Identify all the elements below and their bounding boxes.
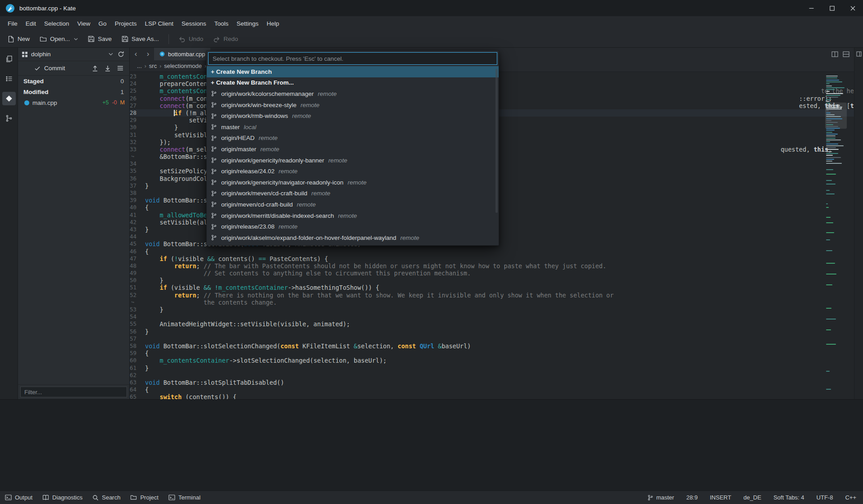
new-button[interactable]: New xyxy=(4,33,34,45)
line-number[interactable]: 57 xyxy=(130,335,145,342)
code-line[interactable]: 65 switch (contents()) { xyxy=(130,393,854,399)
line-number[interactable]: 32 xyxy=(130,139,145,146)
line-number[interactable]: 54 xyxy=(130,313,145,320)
line-number[interactable]: 23 xyxy=(130,73,145,80)
line-number[interactable]: 65 xyxy=(130,393,145,399)
line-number[interactable]: 56 xyxy=(130,328,145,335)
menu-item[interactable]: Selection xyxy=(40,18,73,29)
pull-button[interactable] xyxy=(103,63,112,73)
line-number[interactable]: 28 xyxy=(130,109,145,117)
line-number[interactable]: 53 xyxy=(130,306,145,313)
filter-input[interactable] xyxy=(20,387,127,397)
menu-item[interactable]: Projects xyxy=(111,18,141,29)
maximize-button[interactable] xyxy=(822,0,842,16)
line-number[interactable]: 24 xyxy=(130,80,145,87)
line-number[interactable]: 59 xyxy=(130,350,145,357)
code-line[interactable]: 52 return; // There is nothing on the ba… xyxy=(130,292,854,299)
modified-row[interactable]: Modified 1 xyxy=(18,86,129,97)
menu-item[interactable]: Tools xyxy=(210,18,233,29)
split-horizontal-icon[interactable] xyxy=(843,51,849,57)
sidebar-item-documents[interactable] xyxy=(2,52,16,66)
line-number[interactable]: 51 xyxy=(130,284,145,291)
branch-indicator[interactable]: master xyxy=(647,494,674,501)
code-line[interactable]: 53 } xyxy=(130,306,854,313)
line-number[interactable]: 27 xyxy=(130,102,145,109)
line-number[interactable]: 45 xyxy=(130,240,145,248)
language-mode[interactable]: C++ xyxy=(845,494,856,501)
redo-button[interactable]: Redo xyxy=(209,33,242,45)
branch-row[interactable]: origin/master remote xyxy=(207,144,499,155)
statusbar-tool-button[interactable]: Output xyxy=(0,491,37,504)
line-number[interactable]: 50 xyxy=(130,277,145,284)
project-selector[interactable]: dolphin xyxy=(31,51,51,58)
line-number[interactable]: 25 xyxy=(130,87,145,94)
line-number[interactable]: 26 xyxy=(130,95,145,102)
line-number[interactable]: 55 xyxy=(130,320,145,328)
line-number[interactable]: 38 xyxy=(130,189,145,197)
line-number[interactable]: 43 xyxy=(130,226,145,233)
line-number[interactable]: 30 xyxy=(130,124,145,131)
right-sidebar-toggle-icon[interactable] xyxy=(856,51,862,57)
branch-row[interactable]: master local xyxy=(207,122,499,133)
dictionary-locale[interactable]: de_DE xyxy=(743,494,761,501)
code-line[interactable]: 60 m_contentsContainer->slotSelectionCha… xyxy=(130,357,854,364)
menu-item[interactable]: LSP Client xyxy=(141,18,177,29)
branch-row[interactable]: origin/work/meven/cd-craft-build remote xyxy=(207,188,499,199)
code-line[interactable]: 46{ xyxy=(130,248,854,255)
split-vertical-icon[interactable] xyxy=(831,51,838,57)
staged-row[interactable]: Staged 0 xyxy=(18,76,129,86)
line-number[interactable]: 36 xyxy=(130,175,145,182)
code-line[interactable]: 48 return; // The bar with PasteContents… xyxy=(130,262,854,270)
line-number[interactable]: 29 xyxy=(130,117,145,124)
line-number[interactable]: 44 xyxy=(130,233,145,240)
line-number[interactable]: 48 xyxy=(130,262,145,270)
push-button[interactable] xyxy=(91,63,100,73)
branch-search-input[interactable] xyxy=(208,52,497,65)
line-number[interactable]: 64 xyxy=(130,386,145,393)
line-number[interactable]: 35 xyxy=(130,167,145,175)
breadcrumb-item[interactable]: ... xyxy=(135,63,144,69)
line-number[interactable]: 42 xyxy=(130,219,145,226)
line-number[interactable]: 52 xyxy=(130,292,145,299)
code-line[interactable]: 50 } xyxy=(130,277,854,284)
commit-button[interactable]: Commit xyxy=(44,65,65,72)
refresh-button[interactable] xyxy=(116,50,126,59)
nav-back-button[interactable]: ‹ xyxy=(130,48,142,60)
line-number[interactable]: 47 xyxy=(130,255,145,262)
menu-item[interactable]: Help xyxy=(263,18,283,29)
tab-mode[interactable]: Soft Tabs: 4 xyxy=(773,494,804,501)
code-line[interactable]: 63void BottomBar::slotSplitTabDisabled() xyxy=(130,379,854,386)
line-number[interactable]: 46 xyxy=(130,248,145,255)
code-line[interactable]: 58void BottomBar::slotSelectionChanged(c… xyxy=(130,342,854,350)
branch-action-row[interactable]: + Create New Branch From... xyxy=(207,77,499,89)
save-button[interactable]: Save xyxy=(84,33,116,45)
statusbar-tool-button[interactable]: Terminal xyxy=(164,491,205,504)
code-line[interactable]: 55 AnimatedHeightWidget::setVisible(visi… xyxy=(130,320,854,328)
save-as-button[interactable]: Save As... xyxy=(118,33,163,45)
encoding-indicator[interactable]: UTF-8 xyxy=(817,494,833,501)
line-number[interactable]: 60 xyxy=(130,357,145,364)
open-dropdown-icon[interactable] xyxy=(74,38,78,40)
code-line[interactable]: 64{ xyxy=(130,386,854,393)
sidebar-item-symbols[interactable] xyxy=(2,72,16,86)
menu-item[interactable]: View xyxy=(73,18,95,29)
line-number[interactable]: 40 xyxy=(130,204,145,211)
line-number[interactable]: 31 xyxy=(130,131,145,139)
code-line[interactable]: 47 if (!visible && contents() == PasteCo… xyxy=(130,255,854,262)
statusbar-tool-button[interactable]: Search xyxy=(87,491,125,504)
close-button[interactable] xyxy=(842,0,863,16)
branch-row[interactable]: origin/work/rmb-windows remote xyxy=(207,110,499,122)
line-number[interactable]: 61 xyxy=(130,364,145,372)
project-dropdown-icon[interactable] xyxy=(109,53,113,56)
code-line[interactable]: 61} xyxy=(130,364,854,372)
code-line[interactable]: 54 xyxy=(130,313,854,320)
undo-button[interactable]: Undo xyxy=(174,33,207,45)
line-number[interactable]: 49 xyxy=(130,270,145,277)
branch-row[interactable]: origin/release/23.08 remote xyxy=(207,221,499,232)
code-line[interactable]: 51 if (visible && !m_contentsContainer->… xyxy=(130,284,854,291)
git-menu-button[interactable] xyxy=(116,64,125,72)
statusbar-tool-button[interactable]: Diagnostics xyxy=(37,491,87,504)
branch-row[interactable]: origin/work/win-breeze-style remote xyxy=(207,99,499,111)
menu-item[interactable]: Edit xyxy=(22,18,40,29)
line-number[interactable]: 63 xyxy=(130,379,145,386)
